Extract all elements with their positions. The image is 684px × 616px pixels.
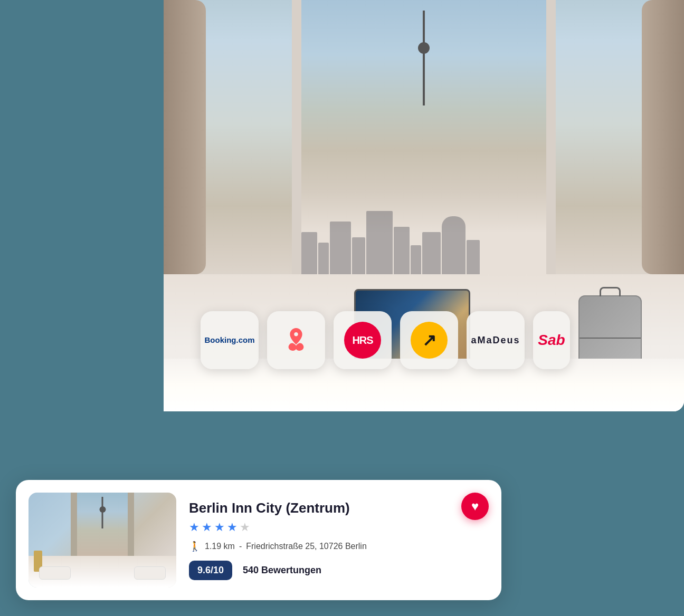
hotel-street-address: Friedrichstraße 25, 10726 Berlin — [246, 542, 367, 551]
lastminute-logo: ↗ — [411, 322, 448, 359]
city-buildings — [301, 169, 546, 274]
window-city-view — [292, 0, 556, 274]
hotel-footer: 9.6/10 540 Bewertungen — [189, 561, 489, 580]
curtain-left — [164, 0, 206, 274]
sabre-logo-card[interactable]: Sab — [533, 311, 570, 369]
heart-icon: ♥ — [471, 499, 479, 514]
airbnb-logo — [283, 327, 309, 353]
hotel-distance: 1.19 km — [205, 542, 235, 551]
hotel-thumbnail — [28, 493, 176, 588]
hotel-info: Berlin Inn City (Zentrum) ★ ★ ★ ★ ★ 🚶 1.… — [189, 500, 489, 580]
score-badge: 9.6/10 — [189, 561, 232, 580]
walk-icon: 🚶 — [189, 541, 201, 552]
reviews-count: 540 Bewertungen — [243, 565, 321, 576]
sabre-logo: Sab — [538, 332, 565, 349]
logo-strip: Booking.com HRS ↗ aMaDeus Sab — [201, 311, 570, 369]
hotel-card: Berlin Inn City (Zentrum) ★ ★ ★ ★ ★ 🚶 1.… — [16, 480, 501, 600]
curtain-right — [642, 0, 684, 274]
lastminute-logo-card[interactable]: ↗ — [400, 311, 458, 369]
hrs-logo: HRS — [344, 322, 381, 359]
favorite-button[interactable]: ♥ — [461, 493, 489, 520]
amadeus-logo: aMaDeus — [471, 335, 520, 346]
airbnb-logo-card[interactable] — [267, 311, 325, 369]
hotel-address: 🚶 1.19 km - Friedrichstraße 25, 10726 Be… — [189, 541, 489, 552]
hotel-name: Berlin Inn City (Zentrum) — [189, 500, 489, 516]
amadeus-logo-card[interactable]: aMaDeus — [467, 311, 525, 369]
tv-tower — [423, 11, 425, 105]
hrs-logo-card[interactable]: HRS — [334, 311, 392, 369]
booking-logo: Booking.com — [204, 336, 254, 345]
star-rating: ★ ★ ★ ★ ★ — [189, 521, 489, 534]
booking-logo-card[interactable]: Booking.com — [201, 311, 259, 369]
